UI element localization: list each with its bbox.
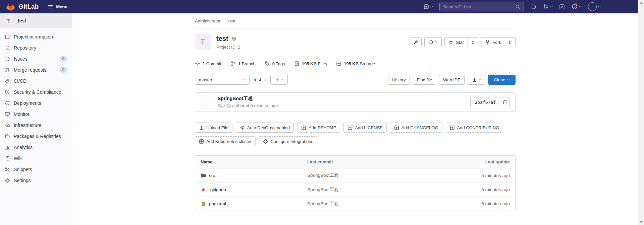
- sidebar-item-settings[interactable]: Settings: [0, 175, 72, 186]
- auto-devops-button[interactable]: Auto DevOps enabled: [236, 123, 294, 133]
- find-file-button[interactable]: Find file: [413, 75, 436, 85]
- user-menu-button[interactable]: [588, 2, 600, 11]
- commit-message-link[interactable]: SpringBoot工程: [307, 201, 339, 206]
- quick-actions-row-2: Add Kubernetes cluster Configure Integra…: [195, 136, 516, 146]
- path-project-link[interactable]: test: [254, 77, 261, 82]
- upload-icon: [199, 125, 204, 130]
- merge-requests-nav-button[interactable]: [543, 4, 552, 10]
- add-changelog-button[interactable]: Add CHANGELOG: [390, 123, 442, 133]
- sidebar-item-monitor[interactable]: Monitor: [0, 108, 72, 120]
- menu-button[interactable]: Menu: [48, 4, 67, 9]
- project-avatar: T: [195, 34, 211, 50]
- commit-message-link[interactable]: SpringBoot工程: [307, 173, 339, 178]
- file-tree-table: Name Last commit Last update src SpringB…: [195, 155, 516, 211]
- bell-icon: [429, 40, 434, 45]
- admin-wrench-button[interactable]: [410, 37, 422, 47]
- chevron-down-icon: [435, 40, 438, 43]
- commit-title-link[interactable]: SpringBoot工程: [218, 96, 278, 102]
- add-file-dropdown[interactable]: +: [270, 75, 288, 85]
- stat-tags[interactable]: 0 Tags: [265, 61, 285, 66]
- gitlab-home-link[interactable]: GitLab: [6, 3, 39, 11]
- notification-bell-button[interactable]: [424, 37, 442, 47]
- sidebar-item-snippets[interactable]: Snippets: [0, 164, 72, 175]
- chevron-down-icon: [579, 5, 582, 7]
- add-readme-button[interactable]: Add README: [297, 123, 340, 133]
- table-row-src[interactable]: src SpringBoot工程 5 minutes ago: [195, 168, 515, 182]
- scroll-up-arrow-icon[interactable]: [640, 2, 643, 4]
- branch-icon: [230, 61, 236, 66]
- sidebar-item-repository[interactable]: Repository: [0, 42, 72, 53]
- download-dropdown[interactable]: [468, 75, 485, 85]
- fork-button[interactable]: Fork: [481, 37, 505, 47]
- plus-square-icon: [424, 4, 429, 9]
- search-box: [439, 2, 524, 11]
- bar-chart-icon: [5, 145, 10, 150]
- issues-nav-button[interactable]: [531, 4, 536, 10]
- user-avatar: [588, 2, 597, 11]
- sidebar-item-project-information[interactable]: Project information: [0, 31, 72, 42]
- top-navbar: GitLab Menu: [0, 0, 644, 13]
- gear-icon: [5, 178, 10, 183]
- file-name-link[interactable]: src: [209, 173, 215, 178]
- breadcrumb: Administrator test: [195, 13, 516, 28]
- navbar-left: GitLab Menu: [6, 3, 67, 11]
- new-item-dropdown[interactable]: [424, 4, 433, 9]
- cloud-gear-icon: [5, 123, 10, 128]
- issues-icon: [531, 4, 536, 10]
- file-name-link[interactable]: pom.xml: [209, 201, 226, 206]
- file-name-link[interactable]: .gitignore: [209, 187, 228, 192]
- merge-requests-count-badge: 0: [60, 67, 67, 73]
- commit-message-link[interactable]: SpringBoot工程: [307, 187, 339, 192]
- stat-commits[interactable]: 1 Commit: [195, 61, 221, 66]
- stat-files[interactable]: 195 KB Files: [294, 61, 327, 66]
- history-button[interactable]: History: [388, 75, 410, 85]
- upload-file-button[interactable]: Upload File: [195, 123, 232, 133]
- sidebar-item-cicd[interactable]: CI/CD: [0, 75, 72, 86]
- sidebar-item-merge-requests[interactable]: Merge requests 0: [0, 64, 72, 75]
- sidebar-item-security-compliance[interactable]: Security & Compliance: [0, 86, 72, 97]
- clone-dropdown[interactable]: Clone: [488, 75, 516, 85]
- sidebar-item-infrastructure[interactable]: Infrastructure: [0, 120, 72, 131]
- chevron-down-icon: [598, 5, 601, 7]
- sidebar-item-packages-registries[interactable]: Packages & Registries: [0, 131, 72, 142]
- sidebar-project-context[interactable]: T test: [0, 13, 72, 28]
- plus-square-icon: [301, 125, 306, 130]
- table-row-pomxml[interactable]: pom.xml SpringBoot工程 5 minutes ago: [195, 197, 515, 211]
- plus-square-icon: [347, 125, 353, 130]
- last-commit-widget: SpringBoot工程 郑大仙 authored 5 minutes ago …: [195, 92, 516, 112]
- stat-storage[interactable]: 195 KB Storage: [336, 61, 375, 66]
- globe-icon: [231, 36, 236, 41]
- breadcrumb-administrator-link[interactable]: Administrator: [195, 18, 221, 23]
- sidebar-item-issues[interactable]: Issues 0: [0, 53, 72, 64]
- sidebar-item-deployments[interactable]: Deployments: [0, 97, 72, 108]
- brand-wordmark: GitLab: [18, 3, 39, 10]
- sidebar-item-wiki[interactable]: Wiki: [0, 153, 72, 164]
- configure-integrations-button[interactable]: Configure Integrations: [259, 136, 317, 146]
- chevron-right-icon: [223, 20, 226, 22]
- help-menu-button[interactable]: ?: [572, 4, 581, 10]
- last-update-text: 5 minutes ago: [451, 187, 515, 192]
- fork-count[interactable]: 0: [505, 37, 516, 47]
- add-kubernetes-cluster-button[interactable]: Add Kubernetes cluster: [195, 136, 256, 146]
- star-count[interactable]: 0: [468, 37, 478, 47]
- breadcrumb-current[interactable]: test: [228, 18, 235, 23]
- fork-button-group: Fork 0: [481, 37, 516, 47]
- page-scrollbar[interactable]: [638, 0, 644, 225]
- search-input[interactable]: [443, 4, 515, 9]
- web-ide-button[interactable]: Web IDE: [439, 75, 465, 85]
- todos-nav-button[interactable]: [559, 4, 565, 10]
- chevron-down-icon: [507, 78, 510, 80]
- package-icon: [5, 134, 10, 139]
- add-contributing-button[interactable]: Add CONTRIBUTING: [446, 123, 503, 133]
- file-browser-toolbar: master test / + History Find file Web ID…: [195, 75, 516, 85]
- scroll-down-arrow-icon[interactable]: [640, 221, 643, 223]
- branch-selector[interactable]: master: [195, 75, 250, 85]
- stat-branches[interactable]: 1 Branch: [230, 61, 256, 66]
- star-button[interactable]: Star: [444, 37, 468, 47]
- table-row-gitignore[interactable]: .gitignore SpringBoot工程 5 minutes ago: [195, 182, 515, 197]
- todo-check-icon: [559, 4, 565, 10]
- monitor-icon: [5, 111, 10, 117]
- sidebar-item-analytics[interactable]: Analytics: [0, 142, 72, 153]
- copy-sha-button[interactable]: [500, 97, 510, 107]
- add-license-button[interactable]: Add LICENSE: [343, 123, 386, 133]
